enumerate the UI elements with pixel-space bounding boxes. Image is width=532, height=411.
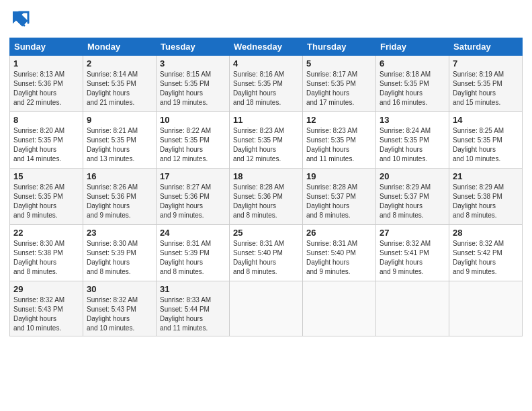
calendar-cell: 19 Sunrise: 8:28 AMSunset: 5:37 PMDaylig… — [303, 169, 376, 225]
day-number: 29 — [13, 284, 79, 294]
header-sunday: Sunday — [10, 38, 83, 56]
day-info: Sunrise: 8:29 AMSunset: 5:37 PMDaylight … — [380, 183, 431, 219]
calendar-cell: 13 Sunrise: 8:24 AMSunset: 5:35 PMDaylig… — [376, 112, 449, 169]
day-number: 5 — [306, 58, 372, 68]
day-number: 27 — [380, 228, 445, 238]
day-number: 8 — [13, 115, 79, 125]
calendar-cell: 20 Sunrise: 8:29 AMSunset: 5:37 PMDaylig… — [376, 169, 449, 225]
calendar-cell — [303, 281, 376, 336]
day-info: Sunrise: 8:26 AMSunset: 5:36 PMDaylight … — [87, 183, 138, 219]
calendar-cell: 12 Sunrise: 8:23 AMSunset: 5:35 PMDaylig… — [303, 112, 376, 169]
day-number: 30 — [87, 284, 152, 294]
day-info: Sunrise: 8:24 AMSunset: 5:35 PMDaylight … — [380, 127, 431, 163]
day-number: 20 — [380, 171, 445, 181]
calendar-cell: 28 Sunrise: 8:32 AMSunset: 5:42 PMDaylig… — [449, 225, 523, 281]
day-info: Sunrise: 8:32 AMSunset: 5:43 PMDaylight … — [13, 296, 64, 332]
calendar-cell: 29 Sunrise: 8:32 AMSunset: 5:43 PMDaylig… — [10, 281, 83, 336]
day-info: Sunrise: 8:16 AMSunset: 5:35 PMDaylight … — [233, 71, 284, 106]
day-info: Sunrise: 8:14 AMSunset: 5:35 PMDaylight … — [87, 71, 138, 106]
day-info: Sunrise: 8:32 AMSunset: 5:43 PMDaylight … — [87, 296, 138, 332]
day-info: Sunrise: 8:22 AMSunset: 5:35 PMDaylight … — [160, 127, 211, 163]
day-info: Sunrise: 8:17 AMSunset: 5:35 PMDaylight … — [306, 71, 357, 106]
day-info: Sunrise: 8:30 AMSunset: 5:39 PMDaylight … — [87, 240, 138, 275]
day-info: Sunrise: 8:32 AMSunset: 5:41 PMDaylight … — [380, 240, 431, 275]
calendar-table: Sunday Monday Tuesday Wednesday Thursday… — [9, 38, 523, 336]
day-number: 19 — [306, 171, 372, 181]
day-info: Sunrise: 8:15 AMSunset: 5:35 PMDaylight … — [160, 71, 211, 106]
day-number: 11 — [233, 115, 299, 125]
day-info: Sunrise: 8:25 AMSunset: 5:35 PMDaylight … — [453, 127, 504, 163]
day-number: 10 — [160, 115, 226, 125]
header-saturday: Saturday — [449, 38, 523, 56]
day-info: Sunrise: 8:30 AMSunset: 5:38 PMDaylight … — [13, 240, 64, 275]
day-info: Sunrise: 8:32 AMSunset: 5:42 PMDaylight … — [453, 240, 504, 275]
day-number: 12 — [306, 115, 372, 125]
calendar-cell: 11 Sunrise: 8:23 AMSunset: 5:35 PMDaylig… — [230, 112, 303, 169]
calendar-cell: 4 Sunrise: 8:16 AMSunset: 5:35 PMDayligh… — [230, 56, 303, 112]
day-info: Sunrise: 8:21 AMSunset: 5:35 PMDaylight … — [87, 127, 138, 163]
day-number: 18 — [233, 171, 299, 181]
day-info: Sunrise: 8:19 AMSunset: 5:35 PMDaylight … — [453, 71, 504, 106]
day-number: 21 — [453, 171, 519, 181]
calendar-cell: 21 Sunrise: 8:29 AMSunset: 5:38 PMDaylig… — [449, 169, 523, 225]
calendar-cell: 16 Sunrise: 8:26 AMSunset: 5:36 PMDaylig… — [83, 169, 157, 225]
calendar-cell — [230, 281, 303, 336]
day-number: 7 — [453, 58, 519, 68]
calendar-cell: 31 Sunrise: 8:33 AMSunset: 5:44 PMDaylig… — [157, 281, 230, 336]
calendar-cell: 1 Sunrise: 8:13 AMSunset: 5:36 PMDayligh… — [10, 56, 83, 112]
calendar-cell: 9 Sunrise: 8:21 AMSunset: 5:35 PMDayligh… — [83, 112, 157, 169]
day-number: 1 — [13, 58, 79, 68]
day-info: Sunrise: 8:23 AMSunset: 5:35 PMDaylight … — [306, 127, 357, 163]
calendar-cell: 24 Sunrise: 8:31 AMSunset: 5:39 PMDaylig… — [157, 225, 230, 281]
weekday-header-row: Sunday Monday Tuesday Wednesday Thursday… — [10, 38, 523, 56]
day-number: 3 — [160, 58, 226, 68]
day-number: 26 — [306, 228, 372, 238]
day-info: Sunrise: 8:31 AMSunset: 5:39 PMDaylight … — [160, 240, 211, 275]
day-number: 31 — [160, 284, 226, 294]
header-tuesday: Tuesday — [157, 38, 230, 56]
calendar-cell: 3 Sunrise: 8:15 AMSunset: 5:35 PMDayligh… — [157, 56, 230, 112]
header-monday: Monday — [83, 38, 157, 56]
day-number: 9 — [87, 115, 152, 125]
day-number: 25 — [233, 228, 299, 238]
day-info: Sunrise: 8:20 AMSunset: 5:35 PMDaylight … — [13, 127, 64, 163]
day-info: Sunrise: 8:29 AMSunset: 5:38 PMDaylight … — [453, 183, 504, 219]
day-info: Sunrise: 8:28 AMSunset: 5:37 PMDaylight … — [306, 183, 357, 219]
calendar-cell: 8 Sunrise: 8:20 AMSunset: 5:35 PMDayligh… — [10, 112, 83, 169]
calendar-cell — [449, 281, 523, 336]
day-info: Sunrise: 8:28 AMSunset: 5:36 PMDaylight … — [233, 183, 284, 219]
day-info: Sunrise: 8:31 AMSunset: 5:40 PMDaylight … — [306, 240, 357, 275]
calendar-cell: 6 Sunrise: 8:18 AMSunset: 5:35 PMDayligh… — [376, 56, 449, 112]
calendar-cell: 7 Sunrise: 8:19 AMSunset: 5:35 PMDayligh… — [449, 56, 523, 112]
day-number: 13 — [380, 115, 445, 125]
day-number: 24 — [160, 228, 226, 238]
logo — [9, 9, 31, 32]
calendar-cell: 17 Sunrise: 8:27 AMSunset: 5:36 PMDaylig… — [157, 169, 230, 225]
page-container: Sunday Monday Tuesday Wednesday Thursday… — [0, 0, 532, 411]
day-number: 15 — [13, 171, 79, 181]
day-info: Sunrise: 8:31 AMSunset: 5:40 PMDaylight … — [233, 240, 284, 275]
day-number: 14 — [453, 115, 519, 125]
day-number: 22 — [13, 228, 79, 238]
calendar-cell: 23 Sunrise: 8:30 AMSunset: 5:39 PMDaylig… — [83, 225, 157, 281]
day-number: 17 — [160, 171, 226, 181]
calendar-cell: 15 Sunrise: 8:26 AMSunset: 5:35 PMDaylig… — [10, 169, 83, 225]
calendar-cell — [376, 281, 449, 336]
day-number: 16 — [87, 171, 152, 181]
calendar-cell: 25 Sunrise: 8:31 AMSunset: 5:40 PMDaylig… — [230, 225, 303, 281]
calendar-cell: 18 Sunrise: 8:28 AMSunset: 5:36 PMDaylig… — [230, 169, 303, 225]
header-wednesday: Wednesday — [230, 38, 303, 56]
calendar-cell: 26 Sunrise: 8:31 AMSunset: 5:40 PMDaylig… — [303, 225, 376, 281]
day-info: Sunrise: 8:26 AMSunset: 5:35 PMDaylight … — [13, 183, 64, 219]
logo-icon — [11, 9, 31, 32]
calendar-cell: 14 Sunrise: 8:25 AMSunset: 5:35 PMDaylig… — [449, 112, 523, 169]
calendar-cell: 10 Sunrise: 8:22 AMSunset: 5:35 PMDaylig… — [157, 112, 230, 169]
calendar-cell: 30 Sunrise: 8:32 AMSunset: 5:43 PMDaylig… — [83, 281, 157, 336]
day-info: Sunrise: 8:23 AMSunset: 5:35 PMDaylight … — [233, 127, 284, 163]
day-number: 28 — [453, 228, 519, 238]
day-number: 2 — [87, 58, 152, 68]
calendar-cell: 2 Sunrise: 8:14 AMSunset: 5:35 PMDayligh… — [83, 56, 157, 112]
day-number: 4 — [233, 58, 299, 68]
header — [9, 7, 523, 32]
day-number: 6 — [380, 58, 445, 68]
